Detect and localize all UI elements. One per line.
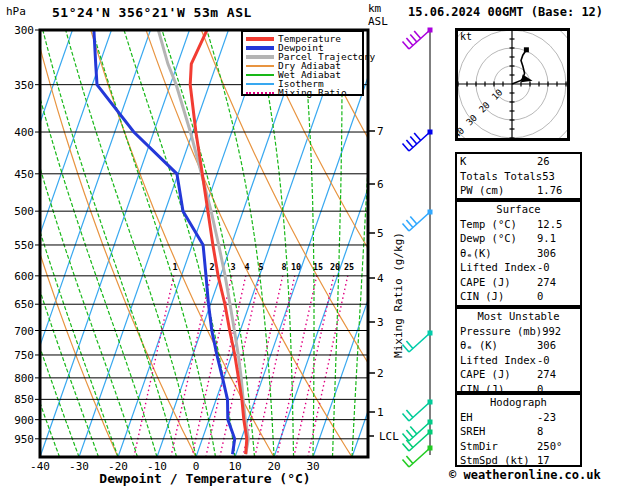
row-value: 992 — [542, 324, 582, 339]
table-row: Lifted Index-0 — [457, 260, 580, 275]
row-label: EH — [460, 410, 537, 425]
svg-text:350: 350 — [14, 79, 34, 92]
surface-table-title: Surface — [457, 202, 580, 217]
table-row: SREH8 — [457, 424, 580, 439]
most-unstable-table-title: Most Unstable — [457, 309, 580, 324]
row-value: 9.1 — [537, 231, 577, 246]
row-value: 12.5 — [537, 217, 577, 232]
row-value: 1.76 — [537, 183, 577, 198]
row-value: 8 — [537, 424, 577, 439]
row-value: 53 — [542, 169, 582, 184]
wind-barb — [403, 28, 433, 50]
svg-text:1: 1 — [377, 406, 384, 419]
svg-text:1: 1 — [172, 262, 177, 272]
wind-barb — [403, 130, 433, 152]
row-value: 274 — [537, 275, 577, 290]
svg-text:6: 6 — [377, 178, 384, 191]
svg-text:5: 5 — [258, 262, 263, 272]
row-value: 250° — [537, 439, 577, 454]
hodograph-panel: 10203040 kt — [455, 28, 570, 145]
wind-barb — [403, 210, 433, 232]
mixing-ratio-axis-label: Mixing Ratio (g/kg) — [392, 225, 406, 365]
table-row: Dewp (°C)9.1 — [457, 231, 580, 246]
svg-text:7: 7 — [377, 125, 384, 138]
wind-barb — [403, 400, 433, 422]
row-label: θₑ (K) — [460, 338, 537, 353]
hodograph-chart: 10203040 — [455, 28, 570, 141]
hodograph-table-title: Hodograph — [457, 395, 580, 410]
row-value: 306 — [537, 338, 577, 353]
storm-motion-arrow — [521, 74, 533, 84]
dry-adiabat-swatch — [246, 65, 274, 67]
ring-label: 10 — [490, 87, 505, 102]
pressure-axis-labels: 3003504004505005506006507007508008509009… — [14, 24, 40, 446]
svg-text:550: 550 — [14, 239, 34, 252]
row-value: 306 — [537, 246, 577, 261]
row-value: -0 — [537, 353, 577, 368]
svg-text:750: 750 — [14, 349, 34, 362]
table-row: StmDir250° — [457, 439, 580, 454]
row-label: Dewp (°C) — [460, 231, 537, 246]
svg-text:800: 800 — [14, 372, 34, 385]
svg-text:450: 450 — [14, 168, 34, 181]
trace-top-marker — [524, 47, 529, 52]
svg-text:300: 300 — [14, 24, 34, 37]
most-unstable-table: Most Unstable Pressure (mb)992θₑ (K)306L… — [455, 307, 582, 393]
row-label: θₑ(K) — [460, 246, 537, 261]
svg-text:4: 4 — [244, 262, 249, 272]
row-label: Pressure (mb) — [460, 324, 542, 339]
row-value: 26 — [537, 154, 577, 169]
svg-text:2: 2 — [377, 367, 384, 380]
svg-text:8: 8 — [281, 262, 286, 272]
svg-text:900: 900 — [14, 414, 34, 427]
table-row: StmSpd (kt)17 — [457, 453, 580, 468]
table-row: K26 — [457, 154, 580, 169]
plot-area — [0, 30, 450, 457]
row-label: Temp (°C) — [460, 217, 537, 232]
table-row: EH-23 — [457, 410, 580, 425]
svg-text:400: 400 — [14, 126, 34, 139]
svg-text:850: 850 — [14, 393, 34, 406]
svg-text:600: 600 — [14, 270, 34, 283]
table-row: Pressure (mb)992 — [457, 324, 580, 339]
svg-text:4: 4 — [377, 272, 384, 285]
dewpoint-line-swatch — [246, 46, 274, 50]
svg-text:3: 3 — [377, 316, 384, 329]
svg-text:25: 25 — [344, 262, 354, 272]
hodograph-table: Hodograph EH-23SREH8StmDir250°StmSpd (kt… — [455, 393, 582, 467]
km-asl-axis: 1234567 — [368, 125, 384, 419]
legend-item: Mixing Ratio — [246, 88, 359, 97]
hodograph-units-label: kt — [460, 31, 472, 42]
skewt-chart: 1234581015202530035040045050055060065070… — [0, 0, 450, 486]
row-label: CAPE (J) — [460, 367, 537, 382]
row-value: 17 — [537, 453, 577, 468]
sounding-page: hPa 51°24'N 356°21'W 53m ASL km ASL 15.0… — [0, 0, 629, 486]
svg-text:650: 650 — [14, 298, 34, 311]
table-row: θₑ(K)306 — [457, 246, 580, 261]
svg-text:950: 950 — [14, 433, 34, 446]
svg-text:700: 700 — [14, 325, 34, 338]
table-row: CAPE (J)274 — [457, 275, 580, 290]
row-label: StmSpd (kt) — [460, 453, 537, 468]
row-value: -0 — [537, 260, 577, 275]
svg-text:5: 5 — [377, 227, 384, 240]
row-value: 274 — [537, 367, 577, 382]
table-row: Lifted Index-0 — [457, 353, 580, 368]
legend: Temperature Dewpoint Parcel Trajectory D… — [241, 30, 364, 96]
table-row: Totals Totals53 — [457, 169, 580, 184]
row-value: -23 — [537, 410, 577, 425]
parcel-line-swatch — [246, 55, 274, 59]
row-label: PW (cm) — [460, 183, 537, 198]
x-axis-title: Dewpoint / Temperature (°C) — [40, 471, 370, 486]
svg-text:15: 15 — [313, 262, 323, 272]
lcl-label: LCL — [379, 430, 399, 443]
hodograph-plot: 10203040 — [455, 28, 570, 141]
svg-text:20: 20 — [330, 262, 340, 272]
wind-barb-column — [403, 28, 433, 468]
table-row: PW (cm)1.76 — [457, 183, 580, 198]
row-value: 0 — [537, 289, 577, 304]
row-label: StmDir — [460, 439, 537, 454]
isotherm-swatch — [246, 83, 274, 85]
row-label: CIN (J) — [460, 289, 537, 304]
mixing-ratio-swatch — [246, 92, 274, 94]
